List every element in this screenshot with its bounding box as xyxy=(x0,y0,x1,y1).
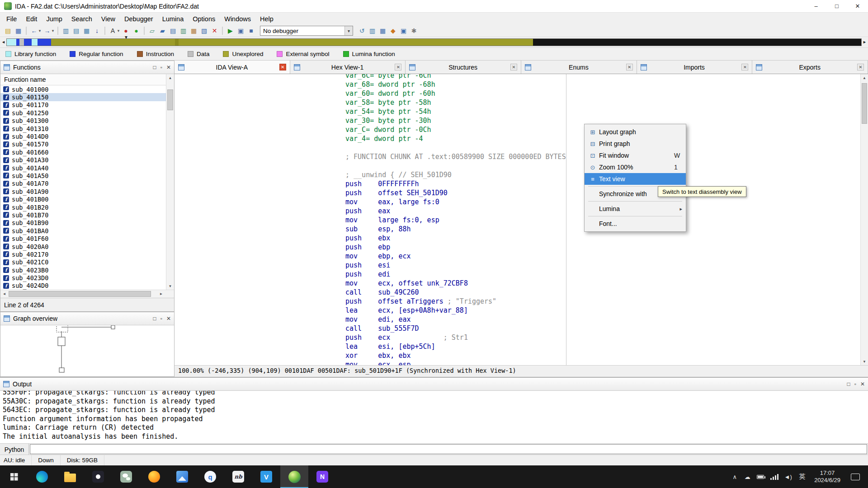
functions-vertical-scrollbar[interactable]: ▲ ▼ xyxy=(166,74,174,290)
breakpoints-icon[interactable]: ▦ xyxy=(377,26,388,36)
search-dropdown-icon[interactable]: ▾ xyxy=(116,26,121,36)
menu-item-layout-graph[interactable]: ⊞ Layout graph xyxy=(585,126,686,138)
menu-item[interactable]: File xyxy=(2,13,21,25)
quark-icon[interactable]: q xyxy=(196,465,224,488)
disassembly-line[interactable]: push edi xyxy=(345,270,868,279)
close-icon[interactable] xyxy=(510,64,517,70)
function-row[interactable]: sub_401000 xyxy=(0,85,174,93)
jump-list-icon[interactable]: ▥ xyxy=(61,26,71,36)
function-row[interactable]: sub_401A70 xyxy=(0,180,174,188)
function-row[interactable]: sub_401250 xyxy=(0,109,174,117)
function-row[interactable]: sub_401BA0 xyxy=(0,227,174,235)
function-row[interactable]: sub_401B00 xyxy=(0,195,174,203)
float-icon[interactable]: ▫ xyxy=(854,381,856,387)
input-language-indicator[interactable]: 英 xyxy=(799,473,805,481)
maximize-button[interactable]: □ xyxy=(826,0,847,12)
start-button[interactable] xyxy=(0,465,28,488)
scroll-up-icon[interactable]: ▲ xyxy=(861,74,868,81)
function-name-column-header[interactable]: Function name xyxy=(0,74,174,85)
function-row[interactable]: sub_401A30 xyxy=(0,156,174,164)
open-segments-icon[interactable]: ▥ xyxy=(178,26,189,36)
tab-hex-view-1[interactable]: Hex View-1 xyxy=(290,61,406,74)
close-icon[interactable]: ✕ xyxy=(860,381,865,387)
taskbar-clock[interactable]: 17:07 2024/6/29 xyxy=(814,469,840,484)
network-signal-icon[interactable] xyxy=(770,474,778,480)
close-icon[interactable]: ✕ xyxy=(166,64,171,70)
menu-item[interactable]: Options xyxy=(188,13,220,25)
functions-horizontal-scrollbar[interactable]: ◄ ► xyxy=(0,290,174,298)
jump-segment-icon[interactable]: ▤ xyxy=(71,26,81,36)
scroll-down-icon[interactable]: ▼ xyxy=(861,358,868,365)
function-row[interactable]: sub_401150 xyxy=(0,93,174,101)
close-icon[interactable] xyxy=(395,64,401,70)
forward-dropdown-icon[interactable]: ▾ xyxy=(51,26,55,36)
menu-item[interactable]: Debugger xyxy=(120,13,158,25)
debugger-select[interactable]: No debugger ▾ xyxy=(260,26,353,36)
open-enums-icon[interactable]: ▰ xyxy=(157,26,168,36)
tab-structures[interactable]: Structures xyxy=(406,61,521,74)
open-file-icon[interactable]: ▤ xyxy=(3,26,13,36)
function-row[interactable]: sub_401A40 xyxy=(0,164,174,172)
disassembly-line[interactable]: var_58= byte ptr -58h xyxy=(345,98,868,107)
jump-function-icon[interactable]: ▦ xyxy=(81,26,92,36)
cloud-icon[interactable]: ☁ xyxy=(741,474,754,480)
toolbar-icon[interactable] xyxy=(104,27,105,35)
notes-app-icon[interactable]: N xyxy=(308,465,336,488)
tracing-icon[interactable]: ▣ xyxy=(398,26,409,36)
disassembly-line[interactable]: call sub_555F7D xyxy=(345,324,868,333)
disassembly-line[interactable]: push esi xyxy=(345,261,868,270)
menu-item[interactable]: Lumina xyxy=(158,13,189,25)
menu-item-lumina[interactable]: Lumina ▸ xyxy=(585,203,686,215)
tray-chevron-icon[interactable]: ∧ xyxy=(728,474,741,480)
scrollbar-thumb[interactable] xyxy=(167,89,173,110)
battery-icon[interactable] xyxy=(757,475,764,479)
debugger-windows-icon[interactable]: ▥ xyxy=(367,26,377,36)
restore-icon[interactable]: □ xyxy=(847,381,850,387)
menu-item[interactable]: Windows xyxy=(220,13,255,25)
disassembly-view[interactable]: var_6C= byte ptr -6Ch var_68= dword ptr … xyxy=(175,74,868,365)
scroll-up-icon[interactable]: ▲ xyxy=(166,74,174,81)
menu-item[interactable]: Edit xyxy=(21,13,42,25)
function-row[interactable]: sub_401B20 xyxy=(0,203,174,211)
disassembly-line[interactable]: push ebx xyxy=(345,234,868,243)
scrollbar-thumb[interactable] xyxy=(9,291,151,297)
scroll-down-icon[interactable]: ▼ xyxy=(166,282,174,290)
function-row[interactable]: sub_401300 xyxy=(0,117,174,125)
watches-icon[interactable]: ◆ xyxy=(388,26,398,36)
attach-icon[interactable]: ↺ xyxy=(357,26,367,36)
python-input[interactable] xyxy=(30,444,867,454)
disassembly-line[interactable]: call sub_49C260 xyxy=(345,288,868,297)
function-row[interactable]: sub_401F60 xyxy=(0,235,174,242)
netdisk-icon[interactable] xyxy=(84,465,112,488)
toolbar-icon[interactable] xyxy=(26,27,27,35)
disassembly-line[interactable]: mov ecx, esp xyxy=(345,360,868,365)
nb-app-icon[interactable]: nb xyxy=(224,465,252,488)
close-icon[interactable] xyxy=(741,64,748,70)
menu-item-print-graph[interactable]: ⊟ Print graph xyxy=(585,138,686,150)
navband-left-arrow-icon[interactable]: ◄ xyxy=(1,40,5,44)
float-icon[interactable]: ▫ xyxy=(160,64,162,70)
wechat-icon[interactable] xyxy=(112,465,140,488)
function-row[interactable]: sub_401660 xyxy=(0,148,174,156)
function-row[interactable]: sub_4020A0 xyxy=(0,243,174,250)
close-icon[interactable]: ✕ xyxy=(166,315,171,322)
tab-enums[interactable]: Enums xyxy=(521,61,637,74)
disassembly-line[interactable]: mov ecx, offset unk_72CBF8 xyxy=(345,279,868,288)
disassembly-line[interactable]: lea esi, [ebp+5Ch] xyxy=(345,342,868,351)
restore-icon[interactable]: □ xyxy=(153,64,156,70)
menu-item[interactable]: View xyxy=(97,13,120,25)
file-explorer-icon[interactable] xyxy=(56,465,84,488)
restore-icon[interactable]: □ xyxy=(153,315,156,322)
browser-icon[interactable] xyxy=(140,465,168,488)
pause-process-icon[interactable]: ▣ xyxy=(236,26,246,36)
open-xrefs-icon[interactable]: ▧ xyxy=(199,26,209,36)
photos-icon[interactable] xyxy=(168,465,196,488)
menu-item-font[interactable]: Font... xyxy=(585,218,686,230)
function-row[interactable]: sub_4023B0 xyxy=(0,266,174,274)
menu-item[interactable]: Jump xyxy=(42,13,66,25)
close-icon[interactable] xyxy=(857,64,864,70)
menu-item-text-view[interactable]: ≡ Text view xyxy=(585,173,686,185)
disassembly-line[interactable]: xor ebx, ebx xyxy=(345,351,868,360)
disassembly-line[interactable]: var_6C= byte ptr -6Ch xyxy=(345,74,868,80)
vscode-icon[interactable]: V xyxy=(252,465,280,488)
